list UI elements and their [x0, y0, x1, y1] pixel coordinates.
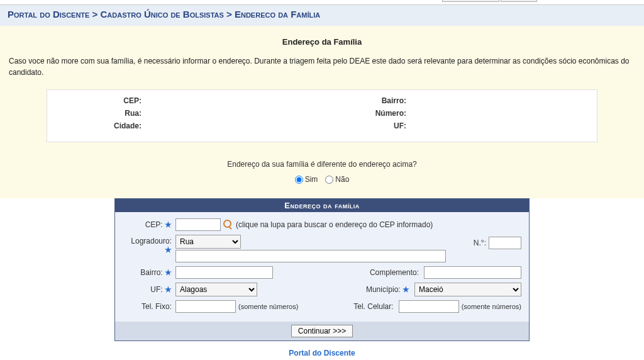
- section-title: Endereço da Família: [9, 37, 635, 47]
- tel-fixo-input[interactable]: [175, 300, 236, 313]
- complemento-input[interactable]: [424, 266, 521, 279]
- logradouro-input[interactable]: [175, 250, 446, 262]
- cep-hint: (clique na lupa para buscar o endereço d…: [236, 220, 433, 229]
- radio-no[interactable]: [325, 176, 333, 184]
- radio-yes[interactable]: [295, 176, 303, 184]
- uf-display-value: [410, 121, 587, 130]
- municipio-label: Município:: [366, 285, 401, 294]
- municipio-select[interactable]: Maceió: [414, 283, 521, 296]
- radio-no-label[interactable]: Não: [325, 175, 349, 184]
- required-marker: ★: [165, 285, 172, 294]
- portal-discente-link[interactable]: Portal do Discente: [289, 349, 355, 357]
- cep-input[interactable]: [175, 218, 221, 231]
- help-button[interactable]: Ajuda: [501, 0, 537, 2]
- tel-fixo-label: Tel. Fixo:: [142, 302, 172, 311]
- current-address-box: CEP: Bairro: Rua: Número:: [47, 89, 597, 142]
- radio-yes-label[interactable]: Sim: [295, 175, 318, 184]
- numero-input[interactable]: [489, 237, 521, 249]
- logradouro-label: Logradouro:: [131, 237, 172, 245]
- uf-select[interactable]: Alagoas: [175, 283, 257, 296]
- required-marker: ★: [165, 245, 172, 254]
- cep-label: CEP:: [145, 220, 163, 229]
- logradouro-type-select[interactable]: Rua: [175, 235, 241, 249]
- form-title: Endereço da família: [115, 199, 529, 212]
- uf-label: UF:: [150, 285, 162, 294]
- cidade-display-value: [145, 121, 322, 130]
- search-cep-icon[interactable]: [223, 220, 233, 230]
- breadcrumb: Portal do Discente > Cadastro Único de B…: [8, 9, 636, 20]
- change-password-button[interactable]: Alterar senha: [442, 0, 499, 2]
- complemento-label: Complemento:: [370, 268, 419, 277]
- bairro-label: Bairro:: [140, 268, 162, 277]
- cidade-display-label: Cidade:: [57, 121, 145, 130]
- rua-display-value: [145, 109, 322, 118]
- required-marker: ★: [165, 220, 172, 229]
- cep-display-label: CEP:: [57, 96, 145, 105]
- required-marker: ★: [402, 285, 409, 294]
- numero-display-label: Número:: [322, 109, 410, 118]
- tel-celular-hint: (somente números): [462, 303, 521, 310]
- tel-celular-label: Tel. Celular:: [353, 302, 393, 311]
- tel-fixo-hint: (somente números): [238, 303, 298, 310]
- numero-display-value: [410, 109, 587, 118]
- help-text: Caso voce não more com sua família, é ne…: [9, 55, 635, 78]
- continue-button[interactable]: Continuar >>>: [291, 325, 353, 337]
- bairro-input[interactable]: [175, 266, 273, 279]
- uf-display-label: UF:: [322, 121, 410, 130]
- tel-celular-input[interactable]: [399, 300, 459, 313]
- cep-display-value: [145, 96, 322, 105]
- bairro-display-value: [410, 96, 587, 105]
- address-different-question: Endereço da sua família é diferente do e…: [9, 160, 635, 169]
- numero-label: N.°:: [474, 239, 486, 247]
- rua-display-label: Rua:: [57, 109, 145, 118]
- bairro-display-label: Bairro:: [322, 96, 410, 105]
- required-marker: ★: [165, 268, 172, 277]
